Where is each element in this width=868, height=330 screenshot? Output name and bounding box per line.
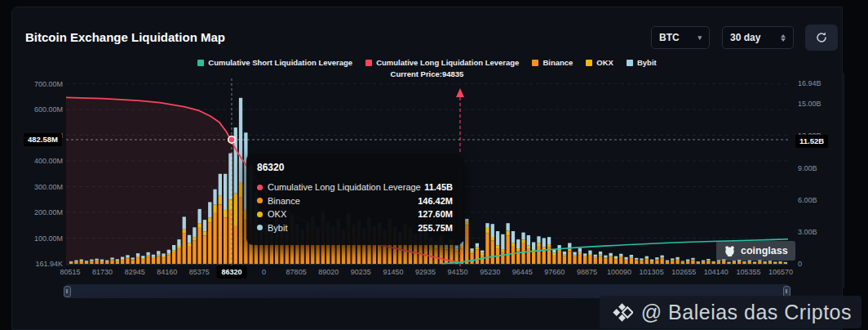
bar-segment: [105, 261, 108, 261]
bar-segment: [568, 251, 571, 264]
bar-segment: [213, 205, 216, 212]
bar-segment: [110, 261, 113, 264]
bar-segment: [666, 262, 669, 265]
bar-segment: [203, 231, 206, 235]
bar-segment: [542, 250, 546, 264]
bar-segment: [650, 261, 653, 264]
bar-segment: [655, 260, 658, 264]
bar-segment: [624, 260, 627, 264]
bar-segment: [563, 252, 566, 255]
bar-segment: [470, 252, 473, 254]
bar-segment: [208, 223, 211, 264]
bar-segment: [640, 261, 643, 264]
bar-segment: [480, 251, 484, 253]
bar-segment: [733, 262, 736, 264]
bar-segment: [645, 256, 649, 259]
bar-segment: [193, 227, 196, 237]
bar-segment: [496, 231, 499, 245]
bar-segment: [768, 262, 772, 264]
bar-segment: [697, 261, 700, 262]
bar-segment: [224, 210, 227, 217]
bar-segment: [198, 223, 202, 228]
bar-segment: [162, 253, 165, 256]
bar-segment: [645, 258, 649, 259]
bar-segment: [516, 239, 520, 248]
bar-segment: [552, 253, 556, 255]
bar-segment: [512, 243, 515, 246]
bar-segment: [198, 209, 202, 223]
bar-segment: [193, 241, 196, 264]
bar-segment: [661, 259, 664, 264]
bar-segment: [470, 253, 473, 264]
bar-segment: [162, 257, 165, 264]
bar-segment: [675, 259, 679, 260]
crosshair-marker: [228, 136, 235, 143]
bar-segment: [655, 259, 658, 260]
bar-segment: [203, 235, 206, 264]
bar-segment: [126, 255, 129, 257]
tooltip-row: Binance146.42M: [257, 194, 453, 208]
bar-segment: [640, 260, 643, 261]
bar-segment: [604, 259, 607, 264]
bar-segment: [177, 248, 180, 264]
bar-segment: [95, 261, 99, 261]
bar-segment: [512, 231, 515, 243]
bar-segment: [666, 261, 669, 261]
bar-segment: [516, 248, 520, 251]
bar-segment: [141, 258, 144, 259]
bar-segment: [239, 98, 242, 183]
bar-segment: [558, 250, 561, 252]
bar-segment: [583, 257, 587, 264]
bar-segment: [90, 260, 93, 261]
bar-segment: [563, 256, 566, 264]
bar-segment: [635, 260, 638, 261]
bar-segment: [239, 197, 242, 264]
bar-segment: [599, 256, 602, 264]
bar-segment: [95, 259, 99, 261]
bar-segment: [116, 261, 119, 261]
bar-segment: [748, 262, 751, 265]
bar-segment: [234, 194, 237, 226]
bar-segment: [778, 262, 782, 263]
bar-segment: [105, 261, 108, 262]
bar-segment: [568, 248, 571, 251]
bar-segment: [208, 202, 211, 217]
tooltip-series-name: OKX: [268, 209, 286, 219]
bar-segment: [671, 260, 674, 261]
bar-segment: [90, 261, 93, 262]
bar-segment: [712, 261, 715, 262]
bar-segment: [706, 259, 710, 261]
bar-segment: [121, 259, 124, 260]
bar-segment: [507, 223, 510, 230]
bar-segment: [455, 245, 458, 248]
bar-segment: [655, 257, 658, 259]
bar-segment: [706, 261, 710, 264]
bar-segment: [183, 233, 186, 264]
bar-segment: [80, 261, 83, 264]
bar-segment: [537, 236, 540, 243]
bar-segment: [121, 260, 124, 264]
bar-segment: [157, 255, 160, 256]
bar-segment: [398, 242, 401, 264]
bar-segment: [208, 217, 211, 222]
bar-segment: [445, 247, 448, 250]
bar-segment: [85, 261, 88, 261]
bar-segment: [614, 259, 618, 264]
bar-segment: [764, 262, 767, 263]
bar-segment: [136, 256, 140, 258]
tooltip-series-value: 127.60M: [418, 209, 453, 219]
bar-segment: [74, 262, 78, 265]
bar-segment: [512, 246, 515, 264]
bar-segment: [198, 228, 202, 264]
bar-segment: [706, 261, 710, 261]
bar-segment: [152, 255, 155, 257]
bar-segment: [147, 256, 150, 257]
bar-segment: [172, 250, 175, 252]
bar-segment: [697, 262, 700, 263]
bar-segment: [100, 261, 104, 261]
bar-segment: [737, 261, 741, 261]
bar-segment: [141, 256, 144, 258]
bar-segment: [748, 261, 751, 262]
tooltip-series-dot: [257, 225, 263, 230]
bar-segment: [578, 254, 582, 264]
